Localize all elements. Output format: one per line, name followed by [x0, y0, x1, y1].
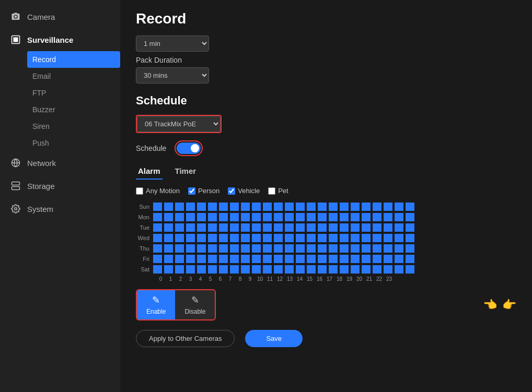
grid-cell-sat-1[interactable]: [164, 265, 174, 274]
grid-cell-fri-21[interactable]: [383, 254, 393, 264]
grid-cell-sun-14[interactable]: [306, 202, 316, 211]
grid-cell-sun-11[interactable]: [273, 202, 283, 211]
grid-cell-mon-22[interactable]: [394, 212, 404, 222]
grid-cell-sat-23[interactable]: [405, 265, 415, 274]
grid-cell-thu-4[interactable]: [196, 244, 206, 253]
grid-cell-fri-12[interactable]: [284, 254, 294, 264]
grid-cell-tue-16[interactable]: [328, 223, 338, 232]
grid-cell-mon-16[interactable]: [328, 212, 338, 222]
grid-cell-tue-2[interactable]: [175, 223, 184, 232]
grid-cell-thu-6[interactable]: [218, 244, 228, 253]
grid-cell-tue-23[interactable]: [405, 223, 415, 232]
checkbox-person-input[interactable]: [188, 187, 195, 195]
grid-cell-tue-22[interactable]: [394, 223, 404, 232]
grid-cell-wed-3[interactable]: [186, 233, 195, 243]
grid-cell-fri-18[interactable]: [350, 254, 360, 264]
grid-cell-mon-7[interactable]: [229, 212, 239, 222]
grid-cell-fri-22[interactable]: [394, 254, 404, 264]
grid-cell-wed-15[interactable]: [317, 233, 327, 243]
grid-cell-sun-16[interactable]: [328, 202, 338, 211]
grid-cell-fri-3[interactable]: [186, 254, 195, 264]
grid-cell-thu-14[interactable]: [306, 244, 316, 253]
checkbox-vehicle[interactable]: Vehicle: [228, 187, 260, 195]
grid-cell-thu-0[interactable]: [153, 244, 163, 253]
sidebar-item-email[interactable]: Email: [27, 68, 120, 85]
grid-cell-tue-20[interactable]: [372, 223, 382, 232]
grid-cell-sun-19[interactable]: [361, 202, 371, 211]
grid-cell-sun-5[interactable]: [207, 202, 217, 211]
grid-cell-wed-2[interactable]: [175, 233, 184, 243]
grid-cell-wed-13[interactable]: [295, 233, 305, 243]
grid-cell-sat-4[interactable]: [196, 265, 206, 274]
grid-cell-fri-17[interactable]: [339, 254, 349, 264]
checkbox-any-motion-input[interactable]: [136, 187, 143, 195]
forward-arrow[interactable]: 👉: [502, 298, 516, 312]
grid-cell-tue-11[interactable]: [273, 223, 283, 232]
grid-cell-sat-14[interactable]: [306, 265, 316, 274]
grid-cell-wed-23[interactable]: [405, 233, 415, 243]
disable-button[interactable]: ✎ Disable: [175, 290, 215, 319]
grid-cell-sun-17[interactable]: [339, 202, 349, 211]
grid-cell-sat-12[interactable]: [284, 265, 294, 274]
grid-cell-wed-6[interactable]: [218, 233, 228, 243]
grid-cell-fri-15[interactable]: [317, 254, 327, 264]
grid-cell-mon-4[interactable]: [196, 212, 206, 222]
grid-cell-thu-1[interactable]: [164, 244, 174, 253]
grid-cell-sat-11[interactable]: [273, 265, 283, 274]
apply-to-other-cameras-button[interactable]: Apply to Other Cameras: [136, 330, 235, 347]
grid-cell-wed-12[interactable]: [284, 233, 294, 243]
grid-cell-mon-14[interactable]: [306, 212, 316, 222]
grid-cell-tue-7[interactable]: [229, 223, 239, 232]
sidebar-item-record[interactable]: Record: [27, 51, 120, 68]
grid-cell-tue-5[interactable]: [207, 223, 217, 232]
grid-cell-wed-9[interactable]: [251, 233, 261, 243]
grid-cell-sat-10[interactable]: [262, 265, 272, 274]
grid-cell-wed-21[interactable]: [383, 233, 393, 243]
grid-cell-sun-18[interactable]: [350, 202, 360, 211]
grid-cell-mon-0[interactable]: [153, 212, 163, 222]
grid-cell-wed-5[interactable]: [207, 233, 217, 243]
grid-cell-mon-19[interactable]: [361, 212, 371, 222]
grid-cell-fri-9[interactable]: [251, 254, 261, 264]
grid-cell-tue-13[interactable]: [295, 223, 305, 232]
grid-cell-fri-8[interactable]: [240, 254, 250, 264]
grid-cell-mon-23[interactable]: [405, 212, 415, 222]
sidebar-item-siren[interactable]: Siren: [27, 118, 120, 135]
grid-cell-sun-23[interactable]: [405, 202, 415, 211]
grid-cell-sat-15[interactable]: [317, 265, 327, 274]
tab-alarm[interactable]: Alarm: [136, 163, 163, 180]
grid-cell-sun-3[interactable]: [186, 202, 195, 211]
grid-cell-sun-0[interactable]: [153, 202, 163, 211]
sidebar-item-system[interactable]: System: [0, 197, 120, 220]
grid-cell-tue-6[interactable]: [218, 223, 228, 232]
grid-cell-fri-2[interactable]: [175, 254, 184, 264]
duration-select[interactable]: 1 min 5 mins 10 mins 30 mins: [136, 35, 209, 52]
grid-cell-thu-7[interactable]: [229, 244, 239, 253]
grid-cell-wed-8[interactable]: [240, 233, 250, 243]
tab-timer[interactable]: Timer: [173, 163, 199, 180]
grid-cell-tue-4[interactable]: [196, 223, 206, 232]
grid-cell-fri-19[interactable]: [361, 254, 371, 264]
grid-cell-wed-11[interactable]: [273, 233, 283, 243]
camera-select[interactable]: 06 TrackMix PoE: [137, 116, 221, 132]
grid-cell-fri-5[interactable]: [207, 254, 217, 264]
grid-cell-fri-10[interactable]: [262, 254, 272, 264]
checkbox-any-motion[interactable]: Any Motion: [136, 187, 180, 195]
grid-cell-sat-16[interactable]: [328, 265, 338, 274]
grid-cell-sat-3[interactable]: [186, 265, 195, 274]
grid-cell-mon-10[interactable]: [262, 212, 272, 222]
grid-cell-sun-7[interactable]: [229, 202, 239, 211]
grid-cell-fri-14[interactable]: [306, 254, 316, 264]
grid-cell-fri-6[interactable]: [218, 254, 228, 264]
grid-cell-sun-20[interactable]: [372, 202, 382, 211]
grid-cell-thu-15[interactable]: [317, 244, 327, 253]
sidebar-item-push[interactable]: Push: [27, 135, 120, 151]
grid-cell-mon-13[interactable]: [295, 212, 305, 222]
grid-cell-wed-14[interactable]: [306, 233, 316, 243]
pack-duration-select[interactable]: 10 mins 20 mins 30 mins 60 mins: [136, 67, 209, 84]
grid-cell-wed-20[interactable]: [372, 233, 382, 243]
sidebar-item-storage[interactable]: Storage: [0, 174, 120, 197]
grid-cell-mon-3[interactable]: [186, 212, 195, 222]
sidebar-item-camera[interactable]: Camera: [0, 5, 120, 28]
grid-cell-mon-9[interactable]: [251, 212, 261, 222]
